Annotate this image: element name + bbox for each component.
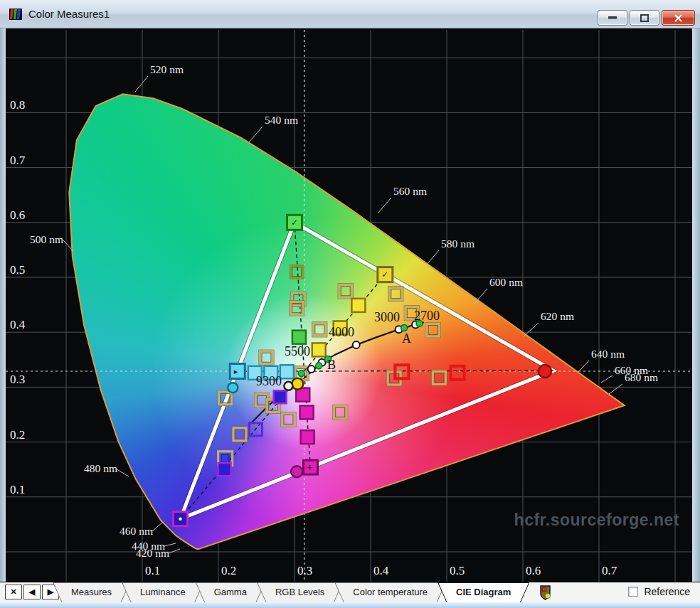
tab-close-button[interactable]: ✕	[5, 585, 22, 599]
measure-dot	[316, 363, 322, 369]
wavelength-leader	[135, 76, 148, 92]
ref-cross: +	[307, 462, 312, 473]
wavelength-label: 640 nm	[591, 348, 625, 360]
wavelength-label: 620 nm	[541, 310, 574, 322]
ref-check: ✓	[291, 218, 298, 228]
wavelength-leader	[164, 543, 176, 546]
tab-color-temperature[interactable]: Color temperature	[334, 582, 446, 603]
shield-icon	[539, 584, 554, 602]
temperature-label: A	[402, 331, 411, 346]
reference-label: Reference	[644, 586, 690, 597]
reference-circle	[292, 378, 303, 390]
wavelength-label: 560 nm	[393, 185, 427, 197]
ref-arrow: ▸	[234, 367, 238, 375]
close-button[interactable]	[662, 10, 695, 26]
wavelength-label: 580 nm	[441, 238, 474, 250]
wavelength-leader	[152, 522, 163, 531]
app-icon	[9, 8, 23, 21]
wavelength-label: 520 nm	[150, 63, 184, 75]
maximize-icon	[640, 14, 649, 22]
reference-circle	[291, 466, 302, 477]
tab-cie-diagram[interactable]: CIE Diagram	[438, 582, 529, 603]
tab-scroll-left-button[interactable]: ◀	[23, 585, 41, 599]
wavelength-leader	[169, 549, 180, 553]
wavelength-leader	[378, 198, 391, 213]
wavelength-label: 480 nm	[84, 462, 117, 474]
window-border-left	[0, 28, 6, 602]
reference-circle	[284, 382, 292, 390]
blackbody-point	[353, 341, 360, 348]
temperature-label: 9300	[256, 374, 282, 388]
wavelength-label: 420 nm	[136, 547, 169, 559]
tab-luminance[interactable]: Luminance	[122, 582, 204, 603]
minimize-button[interactable]	[598, 10, 627, 26]
tab-label: CIE Diagram	[456, 587, 511, 597]
titlebar[interactable]: Color Measures1	[0, 0, 700, 28]
measure-dot	[298, 370, 304, 377]
ref-check: ✓	[381, 270, 388, 279]
tab-measures[interactable]: Measures	[53, 582, 130, 603]
wavelength-label: 680 nm	[625, 371, 658, 383]
close-icon	[674, 14, 682, 22]
reference-circle	[228, 383, 238, 393]
temperature-label: 3000	[374, 310, 400, 324]
tab-label: Color temperature	[353, 587, 428, 597]
blackbody-point	[308, 366, 315, 373]
maximize-button[interactable]	[630, 10, 659, 26]
temperature-label: 4000	[329, 325, 354, 339]
tab-label: RGB Levels	[275, 587, 324, 597]
wavelength-leader	[609, 384, 622, 394]
tab-label: Measures	[71, 587, 112, 597]
wavelength-leader	[601, 375, 612, 383]
minimize-icon	[608, 16, 617, 19]
watermark: hcfr.sourceforge.net	[514, 511, 679, 530]
cie-diagram-plot[interactable]: 0.10.20.30.40.50.60.70.10.20.30.40.50.60…	[6, 28, 692, 582]
tab-gamma[interactable]: Gamma	[196, 582, 265, 603]
tab-label: Gamma	[214, 587, 247, 597]
window-border-right	[692, 28, 700, 602]
gamut-dashed-line	[304, 370, 553, 371]
temperature-label: 2700	[414, 309, 440, 323]
tab-bar: ✕ ◀ ▶ MeasuresLuminanceGammaRGB LevelsCo…	[0, 582, 700, 602]
wavelength-leader	[524, 323, 539, 336]
temperature-label: B	[327, 358, 336, 372]
window-border-bottom	[0, 602, 700, 608]
wavelength-leader	[249, 127, 262, 142]
wavelength-leader	[578, 361, 589, 372]
measure-dot	[401, 325, 408, 331]
wavelength-leader	[117, 469, 129, 476]
data-layer: ✓✓▸+520 nm540 nm560 nm580 nm600 nm620 nm…	[6, 28, 692, 582]
temperature-label: 5500	[285, 344, 310, 358]
wavelength-label: 600 nm	[489, 276, 523, 288]
tab-rgb-levels[interactable]: RGB Levels	[257, 582, 343, 603]
window-title: Color Measures1	[28, 0, 110, 28]
reference-circle	[539, 365, 551, 378]
app-window: Color Measures1 0.10.20.30.40.50.60.70.1…	[0, 0, 700, 608]
wavelength-label: 540 nm	[265, 114, 298, 126]
reference-checkbox[interactable]	[628, 587, 638, 597]
wavelength-leader	[425, 250, 439, 266]
tab-label: Luminance	[140, 587, 186, 597]
wavelength-label: 500 nm	[30, 233, 63, 245]
wavelength-label: 460 nm	[120, 525, 153, 537]
